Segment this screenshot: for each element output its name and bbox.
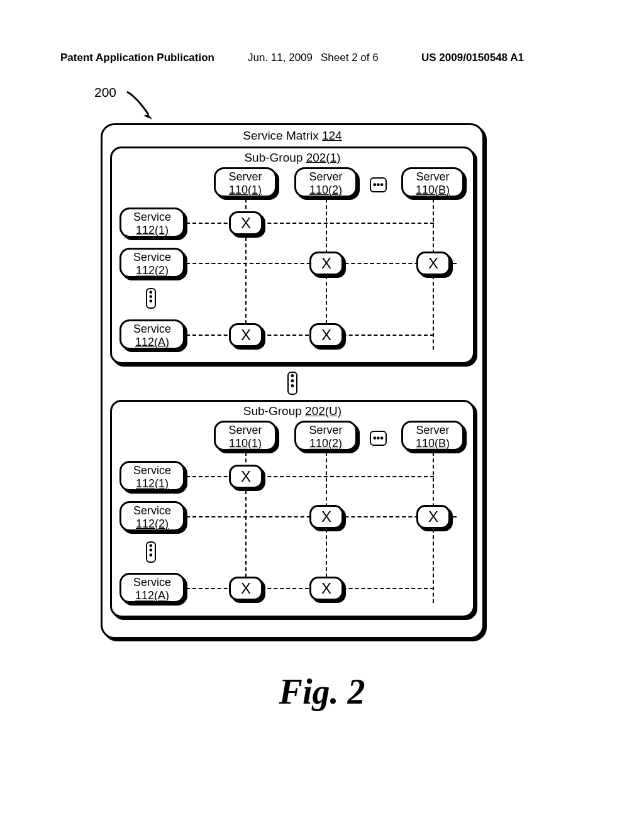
u-x-cell-a-1: X xyxy=(229,577,263,600)
u-grid-h1 xyxy=(186,476,434,477)
u-server-1-label: Server xyxy=(228,424,262,436)
server-node-2: Server110(2) xyxy=(294,167,357,197)
server-2-num: 110(2) xyxy=(309,184,342,196)
u-service-2-label: Service xyxy=(133,504,171,517)
u-x-cell-2-b: X xyxy=(416,505,450,529)
u-x-cell-2-2: X xyxy=(309,505,343,529)
u-x-cell-1-1: X xyxy=(229,465,263,489)
service-a-label: Service xyxy=(133,323,171,335)
svg-marker-0 xyxy=(143,114,152,119)
services-ellipsis: ••• xyxy=(146,288,156,309)
u-server-2-num: 110(2) xyxy=(309,437,342,450)
service-2-label: Service xyxy=(133,251,171,263)
u-servers-ellipsis: ••• xyxy=(370,431,387,446)
subgroup-1-title-num: 202(1) xyxy=(306,151,341,164)
publication-date: Jun. 11, 2009 xyxy=(248,52,313,64)
u-service-node-2: Service112(2) xyxy=(119,501,185,531)
sheet-label: Sheet 2 of 6 xyxy=(321,52,379,64)
service-node-1: Service112(1) xyxy=(119,208,185,238)
server-2-label: Server xyxy=(309,170,342,183)
grid-h1 xyxy=(186,223,434,224)
x-cell-a-2: X xyxy=(309,323,343,347)
subgroup-1-title-text: Sub-Group xyxy=(244,151,306,164)
u-server-node-2: Server110(2) xyxy=(294,421,357,451)
service-1-label: Service xyxy=(133,211,171,223)
subgroup-1-wrap: Sub-Group 202(1) Server110(1) Server110(… xyxy=(110,147,475,364)
subgroup-u-title-num: 202(U) xyxy=(305,404,341,418)
server-1-label: Server xyxy=(228,170,262,183)
u-server-2-label: Server xyxy=(309,424,342,436)
server-1-num: 110(1) xyxy=(229,184,262,196)
arrow-icon xyxy=(125,88,156,123)
service-1-num: 112(1) xyxy=(136,224,169,236)
u-server-1-num: 110(1) xyxy=(229,437,262,450)
service-a-num: 112(A) xyxy=(135,336,169,348)
x-cell-1-1: X xyxy=(229,211,263,235)
x-cell-a-1: X xyxy=(229,323,263,347)
subgroup-u-wrap: Sub-Group 202(U) Server110(1) Server110(… xyxy=(110,400,475,617)
service-matrix-box: Service Matrix 124 Sub-Group 202(1) Serv… xyxy=(101,123,484,639)
server-node-1: Server110(1) xyxy=(214,167,277,197)
u-server-b-label: Server xyxy=(416,424,449,436)
figure-caption: Fig. 2 xyxy=(0,672,644,712)
servers-ellipsis: ••• xyxy=(370,177,387,192)
x-cell-2-b: X xyxy=(416,252,450,275)
server-b-label: Server xyxy=(416,170,449,183)
service-2-num: 112(2) xyxy=(136,264,169,277)
u-server-b-num: 110(B) xyxy=(416,437,450,450)
publication-label: Patent Application Publication xyxy=(60,52,214,64)
x-cell-2-2: X xyxy=(309,252,343,275)
subgroup-u: Sub-Group 202(U) Server110(1) Server110(… xyxy=(110,400,475,617)
subgroup-1: Sub-Group 202(1) Server110(1) Server110(… xyxy=(110,147,475,364)
matrix-title: Service Matrix 124 xyxy=(103,125,482,143)
subgroups-ellipsis: ••• xyxy=(103,372,482,395)
server-node-b: Server110(B) xyxy=(401,167,464,197)
service-node-2: Service112(2) xyxy=(119,248,185,278)
u-service-a-label: Service xyxy=(133,576,171,589)
u-service-a-num: 112(A) xyxy=(135,589,169,602)
u-server-node-1: Server110(1) xyxy=(214,421,277,451)
subgroup-u-title-text: Sub-Group xyxy=(243,404,305,418)
subgroup-u-title: Sub-Group 202(U) xyxy=(112,402,473,418)
publication-number: US 2009/0150548 A1 xyxy=(421,52,524,64)
subgroup-1-title: Sub-Group 202(1) xyxy=(112,148,473,165)
server-b-num: 110(B) xyxy=(416,184,450,196)
u-x-cell-a-2: X xyxy=(309,577,343,600)
service-node-a: Service112(A) xyxy=(119,319,185,350)
u-service-2-num: 112(2) xyxy=(136,517,169,530)
u-service-1-label: Service xyxy=(133,464,171,477)
u-server-node-b: Server110(B) xyxy=(401,421,464,451)
u-services-ellipsis: ••• xyxy=(146,541,156,562)
matrix-title-num: 124 xyxy=(322,129,342,142)
matrix-title-text: Service Matrix xyxy=(243,129,322,142)
reference-number-200: 200 xyxy=(94,85,116,100)
u-service-node-a: Service112(A) xyxy=(119,573,185,603)
u-service-1-num: 112(1) xyxy=(136,477,169,490)
u-service-node-1: Service112(1) xyxy=(119,461,185,491)
